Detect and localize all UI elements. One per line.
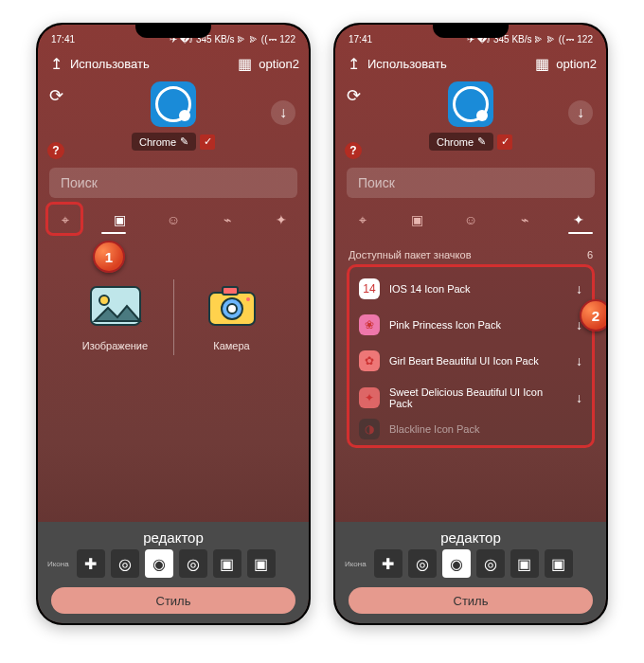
- phone-right: 17:41✈ �ⅈ 345 KB/s ⫸ ⫸ ((⎓ 122 ↥ Использ…: [333, 23, 608, 625]
- pack-icon: ❀: [359, 314, 380, 335]
- export-icon[interactable]: ↥: [47, 55, 64, 72]
- badge-2: 2: [580, 299, 606, 332]
- opt-chrome-color[interactable]: ◉: [442, 549, 471, 578]
- remote-icon[interactable]: ▦: [533, 55, 550, 72]
- pack-row[interactable]: ❀Pink Princess Icon Pack↓: [353, 307, 588, 343]
- opt-chrome-outline[interactable]: ◎: [111, 549, 139, 578]
- opt-camera-1[interactable]: ▣: [510, 549, 539, 578]
- tab-sticker-icon[interactable]: ✦: [271, 209, 292, 230]
- pack-list: 14IOS 14 Icon Pack↓❀Pink Princess Icon P…: [347, 264, 595, 448]
- tab-brush-icon[interactable]: ⌖: [352, 209, 373, 230]
- pack-row[interactable]: ✿Girl Beart Beautiful UI Icon Pack↓: [353, 343, 588, 379]
- phone-left: 17:41✈ �ⅈ 345 KB/s ⫸ ⫸ ((⎓ 122 ↥ Использ…: [36, 23, 311, 625]
- opt-chrome-mono[interactable]: ◎: [476, 549, 505, 578]
- option-label[interactable]: option2: [259, 57, 299, 71]
- opt-camera-2[interactable]: ▣: [247, 549, 276, 578]
- opt-camera-1[interactable]: ▣: [213, 549, 242, 578]
- tab-text-icon[interactable]: ⌁: [514, 209, 535, 230]
- tab-emoji-icon[interactable]: ☺: [460, 209, 481, 230]
- app-name-chip[interactable]: Chrome ✎: [132, 133, 196, 151]
- tab-text-icon[interactable]: ⌁: [217, 209, 238, 230]
- pack-icon: 14: [359, 278, 380, 299]
- refresh-icon[interactable]: ⟳: [347, 85, 361, 106]
- tab-gallery-icon[interactable]: ▣: [406, 209, 427, 230]
- badge-1: 1: [93, 241, 125, 273]
- app-icon-preview[interactable]: [151, 81, 196, 127]
- confirm-icon[interactable]: ✓: [200, 134, 215, 150]
- pack-name: Pink Princess Icon Pack: [389, 319, 501, 331]
- editor-title: редактор: [38, 529, 309, 546]
- refresh-icon[interactable]: ⟳: [49, 85, 63, 106]
- search-input[interactable]: [356, 174, 585, 191]
- app-icon-preview[interactable]: [448, 81, 493, 127]
- pack-row[interactable]: 14IOS 14 Icon Pack↓: [353, 271, 588, 307]
- export-icon[interactable]: ↥: [345, 55, 362, 72]
- search-field[interactable]: [49, 168, 297, 198]
- download-icon[interactable]: ↓: [271, 100, 295, 125]
- help-icon[interactable]: ?: [345, 142, 362, 159]
- app-top-bar: ↥ Использовать ▦ option2: [38, 49, 309, 78]
- opt-chrome-color[interactable]: ◉: [145, 549, 173, 578]
- pick-camera[interactable]: Камера: [180, 279, 284, 355]
- svg-point-1: [99, 296, 109, 305]
- pack-name: IOS 14 Icon Pack: [389, 283, 471, 295]
- help-icon[interactable]: ?: [47, 142, 64, 159]
- remote-icon[interactable]: ▦: [236, 55, 253, 72]
- tabs-row: ⌖ ▣ ☺ ⌁ ✦: [335, 204, 606, 232]
- svg-point-6: [246, 297, 250, 301]
- pack-name: Girl Beart Beautiful UI Icon Pack: [389, 355, 539, 367]
- opt-chrome-outline[interactable]: ◎: [408, 549, 437, 578]
- source-picker: Изображение Камера: [49, 279, 297, 355]
- icon-options: Икона ✚ ◎ ◉ ◎ ▣ ▣: [38, 549, 309, 578]
- app-name-chip[interactable]: Chrome ✎: [429, 133, 493, 151]
- use-label[interactable]: Использовать: [70, 57, 150, 71]
- packs-header: Доступный пакет значков6: [349, 249, 593, 260]
- search-input[interactable]: [59, 174, 288, 191]
- pick-image[interactable]: Изображение: [63, 279, 168, 355]
- pack-icon: ✦: [359, 387, 380, 408]
- editor-title: редактор: [335, 529, 606, 546]
- tab-sticker-icon[interactable]: ✦: [568, 209, 589, 230]
- pack-icon: ✿: [359, 350, 380, 371]
- opt-camera-2[interactable]: ▣: [545, 549, 573, 578]
- download-icon[interactable]: ↓: [576, 390, 582, 405]
- download-icon[interactable]: ↓: [576, 281, 582, 296]
- icon-options: Икона ✚ ◎ ◉ ◎ ▣ ▣: [335, 549, 606, 578]
- editor-panel: редактор Икона ✚ ◎ ◉ ◎ ▣ ▣ Стиль: [38, 522, 309, 623]
- download-icon[interactable]: ↓: [568, 100, 593, 125]
- tab-emoji-icon[interactable]: ☺: [163, 209, 184, 230]
- tabs-row: ⌖ ▣ ☺ ⌁ ✦: [38, 204, 309, 232]
- editor-panel: редактор Икона ✚ ◎ ◉ ◎ ▣ ▣ Стиль: [335, 522, 606, 623]
- svg-rect-3: [223, 287, 238, 295]
- opt-chrome-mono[interactable]: ◎: [179, 549, 207, 578]
- highlight-1: [45, 202, 83, 236]
- confirm-icon[interactable]: ✓: [497, 134, 512, 150]
- opt-add[interactable]: ✚: [374, 549, 402, 578]
- style-button[interactable]: Стиль: [51, 587, 295, 614]
- app-top-bar: ↥ Использовать ▦ option2: [335, 49, 606, 78]
- opt-add[interactable]: ✚: [77, 549, 105, 578]
- tab-gallery-icon[interactable]: ▣: [109, 209, 130, 230]
- style-button[interactable]: Стиль: [349, 587, 593, 614]
- pack-row[interactable]: ✦Sweet Delicious Beautiful UI Icon Pack↓: [353, 379, 588, 417]
- search-field[interactable]: [347, 168, 595, 198]
- svg-point-5: [227, 304, 237, 314]
- download-icon[interactable]: ↓: [576, 353, 582, 368]
- pack-name: Sweet Delicious Beautiful UI Icon Pack: [389, 386, 566, 409]
